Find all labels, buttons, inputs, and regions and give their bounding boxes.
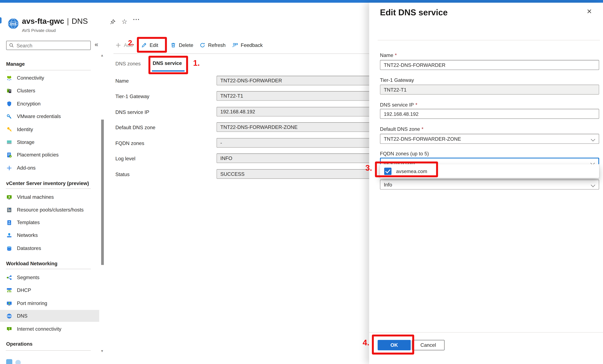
resource-name: avs-fta-gwc: [22, 17, 64, 25]
tab-dns-service[interactable]: DNS service: [153, 60, 182, 66]
clipped-sidebar-item-icon: [15, 360, 21, 364]
internet-connectivity-icon: [6, 326, 12, 332]
page-name: DNS: [72, 17, 88, 25]
sidebar-item-virtual-machines[interactable]: Virtual machines: [0, 191, 99, 203]
sidebar-item-placement-policies[interactable]: Placement policies: [0, 149, 99, 161]
field-label: Log level: [115, 156, 135, 161]
azure-top-bar: [0, 0, 603, 3]
sidebar-item-encryption[interactable]: Encryption: [0, 98, 99, 110]
clipped-browser-icon: [0, 17, 2, 23]
required-asterisk: *: [415, 102, 417, 108]
server-rack-icon: [6, 207, 12, 213]
sidebar-item-dns[interactable]: DNS DNS: [0, 310, 99, 322]
sidebar-search-input[interactable]: [6, 41, 91, 50]
dns-resource-icon: DNS: [8, 18, 19, 29]
sidebar-scroll-up-icon[interactable]: ▲: [100, 53, 104, 57]
divider: [369, 332, 603, 333]
resource-type-subtitle: AVS Private cloud: [22, 28, 56, 33]
panel-title: Edit DNS service: [380, 8, 448, 18]
sidebar-item-add-ons[interactable]: Add-ons: [0, 162, 99, 174]
add-button[interactable]: Add: [115, 40, 133, 50]
edit-dns-service-panel: Edit DNS service × Name* TNT22-DNS-FORWA…: [369, 3, 603, 364]
log-level-select[interactable]: Info: [380, 180, 599, 190]
field-label: DNS service IP: [115, 109, 149, 115]
field-label: FQDN zones: [115, 140, 144, 146]
name-label: Name*: [380, 52, 397, 58]
shield-icon: [6, 101, 12, 107]
sidebar-item-templates[interactable]: Templates: [0, 216, 99, 228]
sidebar-item-resource-pools[interactable]: Resource pools/clusters/hosts: [0, 204, 99, 216]
sidebar-item-datastores[interactable]: Datastores: [0, 242, 99, 254]
sidebar-item-label: Port mirroring: [17, 300, 47, 306]
sidebar-item-internet-connectivity[interactable]: Internet connectivity: [0, 323, 99, 335]
sidebar-item-label: Identity: [17, 126, 33, 132]
cancel-button[interactable]: Cancel: [412, 340, 445, 350]
azure-portal-page: DNS avs-fta-gwc|DNS AVS Private cloud ☆ …: [0, 0, 603, 364]
sidebar-scrollbar-thumb[interactable]: [101, 120, 104, 265]
default-dns-zone-select[interactable]: TNT22-DNS-FORWARDER-ZONE: [380, 134, 599, 144]
sidebar-item-networks[interactable]: Networks: [0, 229, 99, 241]
svg-text:DNS: DNS: [10, 22, 16, 25]
tab-dns-zones[interactable]: DNS zones: [115, 61, 141, 67]
sidebar-item-vmware-credentials[interactable]: VMware credentials: [0, 110, 99, 122]
sidebar-item-port-mirroring[interactable]: Port mirroring: [0, 297, 99, 309]
add-plus-icon: [115, 42, 121, 48]
divider: [6, 188, 91, 189]
divider: [378, 40, 600, 40]
refresh-button[interactable]: Refresh: [199, 40, 226, 50]
divider: [113, 53, 369, 54]
template-document-icon: [6, 219, 12, 226]
more-options-icon[interactable]: ···: [133, 16, 140, 23]
name-input[interactable]: TNT22-DNS-FORWARDER: [380, 60, 599, 70]
divider: [6, 70, 91, 70]
clipped-sidebar-item-icon: [6, 359, 12, 364]
pin-icon[interactable]: [110, 19, 116, 25]
feedback-button[interactable]: Feedback: [232, 40, 263, 50]
dhcp-icon: [6, 287, 12, 293]
collapse-menu-icon[interactable]: «: [95, 41, 98, 48]
sidebar-item-segments[interactable]: Segments: [0, 272, 99, 284]
tier1-gateway-label: Tier-1 Gateway: [380, 77, 414, 83]
dropdown-option-avsemea[interactable]: avsemea.com: [396, 168, 427, 174]
vm-monitor-icon: [6, 194, 12, 200]
sidebar-section-workload-networking: Workload Networking: [6, 261, 95, 266]
sidebar-section-manage: Manage: [6, 61, 95, 67]
chevron-down-icon: [591, 137, 595, 141]
sidebar-scroll-down-icon[interactable]: ▼: [100, 349, 104, 353]
sidebar-item-label: Add-ons: [17, 165, 35, 171]
feedback-icon: [232, 42, 238, 48]
sidebar-item-label: Datastores: [17, 245, 41, 251]
favorite-star-icon[interactable]: ☆: [122, 18, 128, 26]
sidebar-item-label: DHCP: [17, 287, 31, 293]
required-asterisk: *: [421, 126, 423, 132]
port-mirroring-icon: [6, 300, 12, 307]
policy-document-icon: [6, 152, 12, 158]
dns-service-ip-label: DNS service IP*: [380, 102, 417, 108]
sidebar-item-label: DNS: [17, 313, 27, 319]
dns-service-ip-input[interactable]: 192.168.48.192: [380, 109, 599, 119]
fqdn-zones-label: FQDN zones (up to 5): [380, 151, 429, 157]
default-dns-zone-label: Default DNS zone*: [380, 126, 424, 132]
sidebar-item-storage[interactable]: Storage: [0, 136, 99, 148]
clusters-icon: [6, 87, 12, 94]
sidebar-item-label: Connectivity: [17, 75, 44, 81]
edit-pencil-icon: [141, 42, 147, 48]
sidebar-item-dhcp[interactable]: DHCP: [0, 284, 99, 296]
storage-icon: [6, 139, 12, 145]
segments-share-icon: [6, 274, 12, 281]
sidebar-item-clusters[interactable]: Clusters: [0, 85, 99, 96]
page-title: avs-fta-gwc|DNS: [22, 17, 88, 26]
ok-button[interactable]: OK: [378, 340, 411, 350]
field-label: Name: [115, 78, 129, 84]
fqdn-zones-dropdown: avsemea.com: [380, 164, 599, 178]
sidebar-item-identity[interactable]: Identity: [0, 124, 99, 136]
edit-button[interactable]: Edit: [141, 40, 158, 50]
close-icon[interactable]: ×: [587, 7, 592, 17]
sidebar-item-connectivity[interactable]: Connectivity: [0, 72, 99, 84]
delete-button[interactable]: Delete: [170, 40, 193, 50]
dns-globe-icon: DNS: [6, 313, 12, 319]
search-icon: [9, 43, 14, 48]
sidebar-item-label: Placement policies: [17, 152, 58, 158]
tier1-gateway-input: TNT22-T1: [380, 85, 599, 95]
checkbox-checked-icon[interactable]: [384, 168, 392, 175]
